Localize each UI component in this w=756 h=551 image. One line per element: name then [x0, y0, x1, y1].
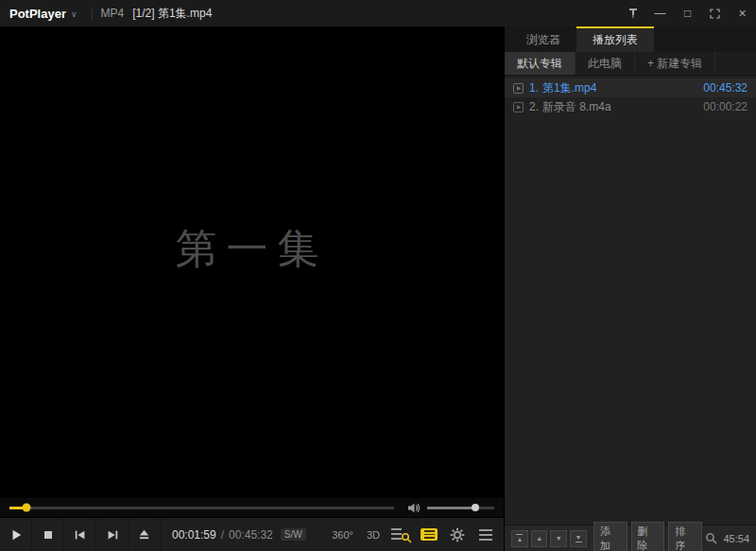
total-time: 00:45:32	[229, 528, 273, 542]
stop-icon	[43, 529, 54, 541]
volume-slider[interactable]	[427, 507, 494, 509]
main-area: 第一集	[0, 26, 756, 551]
seek-thumb[interactable]	[22, 504, 30, 512]
stop-button[interactable]	[32, 518, 64, 551]
time-display[interactable]: 00:01:59 / 00:45:32 S/W	[172, 528, 306, 542]
album-tab-default[interactable]: 默认专辑	[505, 52, 576, 75]
maximize-button[interactable]: □	[674, 0, 701, 26]
delete-button[interactable]: 删除	[631, 522, 665, 551]
playlist-panel-icon	[421, 528, 438, 541]
sidebar-tabs: 浏览器 播放列表	[505, 26, 756, 52]
fullscreen-button[interactable]	[701, 0, 729, 26]
playlist-panel-toggle[interactable]	[415, 518, 443, 551]
playlist-sidebar: 浏览器 播放列表 默认专辑 此电脑 + 新建专辑 1. 第1集.mp4 00:4…	[504, 26, 756, 551]
playlist-item-index: 2.	[529, 100, 539, 113]
magnifier-icon	[401, 532, 412, 543]
control-bar-right: 360° 3D	[325, 518, 504, 551]
maximize-icon: □	[684, 7, 691, 20]
control-bar: 00:01:59 / 00:45:32 S/W 360° 3D	[0, 517, 504, 551]
always-on-top-button[interactable]	[619, 0, 646, 26]
volume-control	[407, 502, 494, 514]
playlist: 1. 第1集.mp4 00:45:32 2. 新录音 8.m4a 00:00:2…	[505, 76, 756, 525]
video-surface[interactable]: 第一集	[0, 26, 504, 498]
playlist-search-button[interactable]	[702, 529, 721, 548]
potplayer-window: PotPlayer ∨ MP4 [1/2] 第1集.mp4 — □	[0, 0, 756, 551]
move-down-icon: ▼	[556, 535, 562, 542]
gear-icon	[450, 527, 465, 542]
sort-button[interactable]: 排序	[668, 522, 702, 551]
playlist-total-time: 45:54	[723, 533, 749, 544]
volume-fill	[427, 507, 475, 509]
window-title: [1/2] 第1集.mp4	[132, 6, 212, 22]
window-controls: — □ ×	[619, 0, 756, 26]
album-tab-this-pc[interactable]: 此电脑	[576, 52, 635, 75]
playlist-item[interactable]: 1. 第1集.mp4 00:45:32	[505, 78, 756, 97]
media-file-icon	[513, 83, 524, 94]
menu-icon	[479, 529, 492, 541]
player-column: 第一集	[0, 26, 504, 551]
app-menu-button[interactable]: PotPlayer	[9, 7, 66, 21]
scene-browser-button[interactable]	[387, 518, 415, 551]
scene-search-icon	[391, 527, 410, 542]
decoder-badge: S/W	[281, 528, 306, 541]
chevron-down-icon[interactable]: ∨	[71, 9, 77, 19]
album-tab-new[interactable]: + 新建专辑	[635, 52, 715, 75]
move-up-icon: ▲	[536, 535, 542, 542]
play-icon	[9, 528, 23, 542]
seek-row	[0, 498, 504, 517]
search-icon	[705, 532, 717, 544]
open-file-button[interactable]	[129, 518, 161, 551]
titlebar-divider	[92, 8, 93, 20]
previous-button[interactable]	[64, 518, 96, 551]
move-bottom-button[interactable]: ▼	[570, 530, 587, 547]
eject-icon	[138, 528, 150, 541]
close-icon: ×	[738, 6, 746, 21]
move-top-button[interactable]: ▲	[511, 530, 528, 547]
current-time: 00:01:59	[172, 528, 216, 542]
next-button[interactable]	[96, 518, 129, 551]
time-separator: /	[221, 528, 224, 542]
vr-360-button[interactable]: 360°	[325, 518, 360, 551]
move-up-button[interactable]: ▲	[531, 530, 548, 547]
main-menu-button[interactable]	[472, 518, 500, 551]
next-icon	[106, 529, 119, 541]
media-file-icon	[513, 102, 524, 112]
pin-icon	[627, 8, 639, 19]
tab-browser[interactable]: 浏览器	[510, 26, 576, 52]
move-down-button[interactable]: ▼	[550, 530, 567, 547]
playlist-item-index: 1.	[529, 81, 539, 95]
video-overlay-title: 第一集	[176, 220, 329, 276]
playlist-item-duration: 00:00:22	[703, 100, 747, 113]
playlist-footer: ▲ ▲ ▼ ▼ 添加 删除 排序 45:54	[505, 525, 756, 551]
minimize-button[interactable]: —	[646, 0, 674, 26]
speaker-icon[interactable]	[407, 502, 421, 514]
album-tabs: 默认专辑 此电脑 + 新建专辑	[505, 52, 756, 76]
preferences-button[interactable]	[443, 518, 472, 551]
minimize-icon: —	[655, 7, 666, 20]
playlist-item-name: 新录音 8.m4a	[542, 99, 696, 115]
previous-icon	[74, 529, 87, 541]
play-button[interactable]	[0, 518, 32, 551]
titlebar: PotPlayer ∨ MP4 [1/2] 第1集.mp4 — □	[0, 0, 756, 26]
tab-playlist[interactable]: 播放列表	[576, 26, 654, 52]
close-button[interactable]: ×	[729, 0, 756, 26]
playlist-item-duration: 00:45:32	[703, 81, 747, 95]
playlist-item-name: 第1集.mp4	[542, 80, 696, 96]
seek-bar[interactable]	[9, 507, 394, 509]
add-button[interactable]: 添加	[593, 522, 627, 551]
playlist-item[interactable]: 2. 新录音 8.m4a 00:00:22	[505, 97, 756, 116]
move-top-icon: ▲	[516, 534, 523, 542]
view-3d-button[interactable]: 3D	[360, 518, 387, 551]
fullscreen-icon	[710, 9, 720, 19]
format-badge: MP4	[101, 7, 125, 20]
move-bottom-icon: ▼	[576, 534, 582, 542]
volume-thumb[interactable]	[472, 504, 479, 511]
